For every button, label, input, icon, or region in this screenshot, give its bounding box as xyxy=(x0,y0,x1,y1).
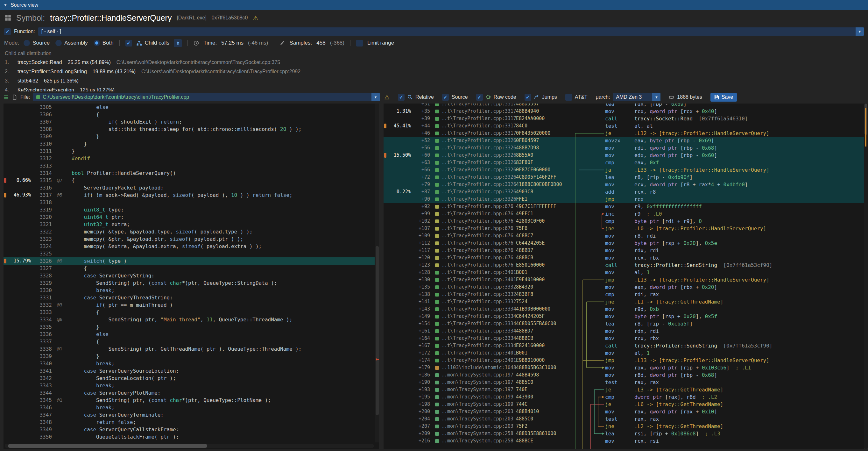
source-line[interactable]: 3309 } xyxy=(3,133,375,140)
source-line[interactable]: 3347 case ServerQueryTerminate: xyxy=(3,411,375,419)
source-line[interactable]: 3310 } xyxy=(3,140,375,147)
child-call-entry[interactable]: 3.stat64i32625 μs (1.36%) xyxy=(5,76,863,85)
raw-code-checkbox[interactable]: ✓ Raw code xyxy=(476,94,516,101)
source-line[interactable]: 3345@1 SendString( ptr, (const char*)ptr… xyxy=(3,396,375,404)
function-checkbox[interactable]: ✓ xyxy=(4,28,11,35)
source-line[interactable]: 3306 { xyxy=(3,111,375,118)
source-line[interactable]: 3348 return false; xyxy=(3,419,375,426)
checkbox[interactable]: ✓ xyxy=(476,94,483,101)
child-call-entry[interactable]: 1.tracy::Socket::Read25.25 ms (54.89%)C:… xyxy=(5,58,863,67)
source-line[interactable]: 3314bool Profiler::HandleServerQuery() xyxy=(3,170,375,177)
source-line[interactable]: 3334@6 SendString( ptr, "Main thread", 1… xyxy=(3,316,375,323)
radio-circle[interactable] xyxy=(94,40,100,46)
source-line[interactable]: 3337 { xyxy=(3,338,375,345)
asm-row[interactable]: +107..t\TracyProfiler.hpp:67675F6jne.L0 … xyxy=(383,225,864,232)
asm-row[interactable]: 15.50%+60..t\TracyProfiler.cpp:33268B55A… xyxy=(383,152,864,159)
asm-row[interactable]: +128..t\TracyProfiler.cpp:3401B001moval,… xyxy=(383,269,864,276)
source-line[interactable]: 3307 if( shouldExit ) return; xyxy=(3,118,375,125)
asm-row[interactable]: +143..t\TracyProfiler.cpp:333441B90B0000… xyxy=(383,305,864,313)
source-line[interactable]: 3318 xyxy=(3,199,375,206)
source-checkbox[interactable]: ✓ Source xyxy=(442,94,468,101)
asm-row[interactable]: +167..t\TracyProfiler.cpp:3334E824160000… xyxy=(383,342,864,350)
asm-row[interactable]: +39..t\TracyProfiler.cpp:3317E824AA0000c… xyxy=(383,115,864,122)
asm-row[interactable]: +90..t\TracyProfiler.cpp:3326FFE1jmprcx xyxy=(383,196,864,203)
source-line[interactable]: 3342 SendSourceLocation( ptr ); xyxy=(3,374,375,382)
checkbox[interactable]: ✓ xyxy=(398,94,405,101)
file-selector[interactable]: C:\Users\wolf\Desktop\darkrl\contrib\tra… xyxy=(33,93,380,101)
asm-row[interactable]: +52..t\TracyProfiler.cpp:33260FB64597mov… xyxy=(383,137,864,144)
source-line[interactable]: 15.79%3326@9 switch( type ) xyxy=(3,257,375,265)
asm-row[interactable]: +174..t\TracyProfiler.cpp:3401E9B8010000… xyxy=(383,357,864,364)
chevron-down-icon[interactable]: ▼ xyxy=(371,93,380,101)
scrollbar-thumb[interactable] xyxy=(8,444,207,448)
source-line[interactable]: 3349 case ServerQueryCallstackFrame: xyxy=(3,426,375,433)
source-line[interactable]: 3327 { xyxy=(3,265,375,272)
source-line[interactable]: 3320 uint64_t ptr; xyxy=(3,213,375,221)
chevron-down-icon[interactable]: ▼ xyxy=(652,93,660,101)
source-line[interactable]: 3312#endif xyxy=(3,155,375,162)
asm-row[interactable]: +209..mon\TracySystem.cpp:258488D35E8861… xyxy=(383,430,864,437)
asm-row[interactable]: +198..mon\TracySystem.cpp:199744Cje.L6 -… xyxy=(383,401,864,408)
asm-row[interactable]: 1.31%+35..t\TracyProfiler.cpp:3317488B49… xyxy=(383,108,864,115)
child-call-entry[interactable]: 2.tracy::Profiler::SendLongString19.88 m… xyxy=(5,67,863,76)
source-line[interactable]: 3323 memcpy( &ptr, &payload.ptr, sizeof(… xyxy=(3,235,375,243)
asm-row[interactable]: +31..t\TracyProfiler.cpp:3317488D5597lea… xyxy=(383,103,864,108)
asm-row[interactable]: +92..t\TracyProfiler.hpp:67649C7C1FFFFFF… xyxy=(383,203,864,210)
asm-row[interactable]: +207..mon\TracySystem.cpp:20375F2jne.L2 … xyxy=(383,423,864,430)
asm-row[interactable]: 45.41%+44..t\TracyProfiler.cpp:331784C0t… xyxy=(383,122,864,130)
asm-row[interactable]: +46..t\TracyProfiler.cpp:33170F843502000… xyxy=(383,130,864,137)
child-calls-checkbox[interactable]: ✓ xyxy=(125,40,132,47)
jumps-checkbox[interactable]: ✓ Jumps xyxy=(525,94,557,101)
asm-row[interactable]: +216..mon\TracySystem.cpp:258488BCEmovrc… xyxy=(383,437,864,445)
chevron-down-icon[interactable]: ▼ xyxy=(856,27,864,36)
source-line[interactable]: 3333 { xyxy=(3,309,375,316)
source-horizontal-scrollbar[interactable] xyxy=(5,444,374,448)
asm-row[interactable]: +130..t\TracyProfiler.cpp:3401E9E4010000… xyxy=(383,276,864,283)
source-line[interactable]: 3321 uint32_t extra; xyxy=(3,221,375,228)
source-line[interactable]: 3330 break; xyxy=(3,287,375,294)
save-button[interactable]: Save xyxy=(710,93,737,101)
source-line[interactable]: 3344 case ServerQueryPlotName: xyxy=(3,389,375,396)
function-selector[interactable]: [ - self - ] ▼ xyxy=(38,27,864,36)
asm-row[interactable]: +117..t\TracyProfiler.hpp:676488BD7movrd… xyxy=(383,247,864,254)
asm-row[interactable]: +186..mon\TracySystem.cpp:197448B4598mov… xyxy=(383,371,864,379)
mode-radio-assembly[interactable]: Assembly xyxy=(55,40,88,46)
source-line[interactable]: 3335 } xyxy=(3,323,375,331)
asm-row[interactable]: +200..mon\TracySystem.cpp:203488B4010mov… xyxy=(383,408,864,415)
asm-row[interactable]: +190..mon\TracySystem.cpp:1974885C0testr… xyxy=(383,379,864,386)
asm-row[interactable]: +63..t\TracyProfiler.cpp:332683F80Fcmpea… xyxy=(383,159,864,166)
asm-row[interactable]: +204..mon\TracySystem.cpp:2034885C0testr… xyxy=(383,415,864,423)
asm-row[interactable]: +172..t\TracyProfiler.cpp:3401B001moval,… xyxy=(383,350,864,357)
source-line[interactable]: 3328 case ServerQueryString: xyxy=(3,272,375,279)
asm-row[interactable]: +109..t\TracyProfiler.hpp:6764C8BC7movr8… xyxy=(383,232,864,240)
checkbox[interactable]: ✓ xyxy=(442,94,449,101)
radio-circle[interactable] xyxy=(55,40,62,46)
relative-checkbox[interactable]: ✓ Relative xyxy=(398,94,434,101)
source-line[interactable]: 3313 xyxy=(3,162,375,170)
checkbox[interactable] xyxy=(565,94,572,101)
asm-row[interactable]: +99..t\TracyProfiler.hpp:67649FFC1incr9 … xyxy=(383,210,864,217)
asm-row[interactable]: +141..t\TracyProfiler.cpp:33327524jne.L1… xyxy=(383,298,864,305)
source-line[interactable]: 3332@3 if( ptr == m_mainThread ) xyxy=(3,301,375,309)
asm-row[interactable]: +123..t\TracyProfiler.hpp:676E850160000c… xyxy=(383,262,864,269)
source-line[interactable]: 3331 case ServerQueryThreadString: xyxy=(3,294,375,301)
asm-row[interactable]: +135..t\TracyProfiler.cpp:33328B4320move… xyxy=(383,283,864,291)
mode-radio-both[interactable]: Both xyxy=(94,40,114,46)
source-line[interactable]: 3341 case ServerQuerySourceLocation: xyxy=(3,367,375,374)
asm-row[interactable]: +138..t\TracyProfiler.cpp:3332483BF8cmpr… xyxy=(383,291,864,298)
asm-vertical-scrollbar[interactable] xyxy=(864,103,868,449)
source-line[interactable]: 3316 ServerQueryPacket payload; xyxy=(3,184,375,191)
asm-row[interactable]: +79..t\TracyProfiler.cpp:3326418B8C80E0B… xyxy=(383,181,864,188)
source-line[interactable]: 3329 SendString( ptr, (const char*)ptr, … xyxy=(3,279,375,287)
source-line[interactable]: 3350 QueueCallstackFrame( ptr ); xyxy=(3,433,375,441)
att-checkbox[interactable]: AT&T xyxy=(565,94,588,101)
mode-radio-source[interactable]: Source xyxy=(24,40,50,46)
title-bar[interactable]: ▼ Source view xyxy=(0,0,868,10)
asm-row[interactable]: +164..t\TracyProfiler.cpp:3334488BCBmovr… xyxy=(383,335,864,342)
asm-row[interactable]: +193..mon\TracySystem.cpp:197740Eje.L3 -… xyxy=(383,386,864,393)
asm-row[interactable]: +102..t\TracyProfiler.hpp:67642803C0F00c… xyxy=(383,217,864,225)
asm-row[interactable]: +66..t\TracyProfiler.cpp:33260F87CE06000… xyxy=(383,166,864,174)
asm-row[interactable]: +72..t\TracyProfiler.cpp:33264C8D05F146F… xyxy=(383,174,864,181)
source-line[interactable]: 3308 std::this_thread::sleep_for( std::c… xyxy=(3,125,375,133)
child-call-entry[interactable]: 4.KeSynchronizeExecution125 μs (0.27%) xyxy=(5,85,863,91)
